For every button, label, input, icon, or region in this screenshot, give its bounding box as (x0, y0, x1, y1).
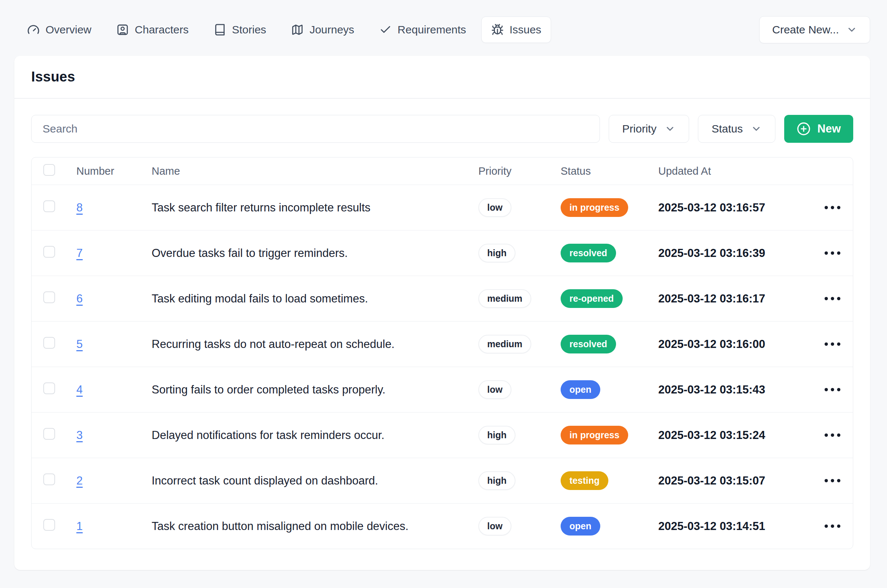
ellipsis-icon (831, 206, 834, 209)
row-actions-button[interactable] (822, 430, 843, 441)
status-badge: in progress (561, 198, 628, 217)
table-header: Number Name Priority Status Updated At (32, 158, 853, 184)
map-icon (291, 24, 304, 36)
ellipsis-icon (831, 388, 834, 391)
row-checkbox[interactable] (44, 200, 55, 212)
ellipsis-icon (837, 251, 840, 255)
priority-badge: low (478, 198, 512, 217)
tab-stories[interactable]: Stories (204, 16, 276, 43)
ellipsis-icon (831, 525, 834, 528)
check-icon (379, 24, 392, 36)
column-header-number: Number (77, 165, 152, 177)
updated-at: 2025-03-12 03:16:39 (658, 247, 812, 260)
priority-filter-button[interactable]: Priority (609, 115, 689, 143)
row-actions-button[interactable] (822, 521, 843, 531)
issue-number-link[interactable]: 2 (77, 474, 152, 488)
create-new-button[interactable]: Create New... (759, 16, 870, 43)
page-title: Issues (31, 69, 853, 85)
ellipsis-icon (825, 206, 828, 209)
column-header-name: Name (152, 165, 478, 177)
tab-issues[interactable]: Issues (481, 16, 551, 43)
ellipsis-icon (837, 434, 840, 437)
updated-at: 2025-03-12 03:15:07 (658, 474, 812, 488)
row-actions-button[interactable] (822, 202, 843, 213)
column-header-priority: Priority (478, 165, 561, 177)
row-checkbox[interactable] (44, 519, 55, 531)
issue-name: Task search filter returns incomplete re… (152, 201, 478, 214)
table-row: 7 Overdue tasks fail to trigger reminder… (32, 230, 853, 276)
status-badge: testing (561, 471, 608, 490)
ellipsis-icon (831, 342, 834, 346)
row-checkbox[interactable] (44, 382, 55, 394)
nav-tabs: Overview Characters Stories Journeys Req… (17, 16, 551, 43)
ellipsis-icon (831, 479, 834, 482)
ellipsis-icon (831, 251, 834, 255)
row-actions-button[interactable] (822, 293, 843, 304)
status-filter-button[interactable]: Status (698, 115, 775, 143)
new-button-label: New (817, 122, 841, 135)
status-filter-label: Status (711, 123, 743, 135)
ellipsis-icon (837, 525, 840, 528)
priority-badge: low (478, 380, 512, 399)
row-checkbox[interactable] (44, 291, 55, 303)
tab-characters[interactable]: Characters (107, 16, 199, 43)
table-row: 8 Task search filter returns incomplete … (32, 184, 853, 230)
updated-at: 2025-03-12 03:15:43 (658, 383, 812, 396)
table-row: 2 Incorrect task count displayed on dash… (32, 458, 853, 503)
status-badge: resolved (561, 335, 616, 354)
issue-number-link[interactable]: 1 (77, 520, 152, 533)
issue-name: Delayed notifications for task reminders… (152, 429, 478, 442)
row-checkbox[interactable] (44, 337, 55, 349)
issue-number-link[interactable]: 6 (77, 292, 152, 305)
table-row: 1 Task creation button misaligned on mob… (32, 503, 853, 549)
tab-label: Stories (232, 24, 266, 36)
chevron-down-icon (846, 24, 857, 35)
row-actions-button[interactable] (822, 339, 843, 350)
issues-table: Number Name Priority Status Updated At 8… (31, 157, 853, 549)
tab-overview[interactable]: Overview (17, 16, 101, 43)
gauge-icon (27, 24, 40, 36)
issue-name: Recurring tasks do not auto-repeat on sc… (152, 338, 478, 351)
priority-badge: high (478, 471, 515, 490)
search-input[interactable] (31, 115, 600, 143)
row-checkbox[interactable] (44, 474, 55, 485)
row-checkbox[interactable] (44, 246, 55, 258)
tab-label: Characters (135, 24, 189, 36)
table-row: 6 Task editing modal fails to load somet… (32, 276, 853, 321)
issue-number-link[interactable]: 7 (77, 247, 152, 260)
row-actions-button[interactable] (822, 384, 843, 395)
issue-number-link[interactable]: 3 (77, 429, 152, 442)
tab-requirements[interactable]: Requirements (369, 16, 476, 43)
updated-at: 2025-03-12 03:14:51 (658, 520, 812, 533)
priority-badge: medium (478, 335, 531, 354)
ellipsis-icon (825, 342, 828, 346)
issue-name: Incorrect task count displayed on dashbo… (152, 474, 478, 488)
ellipsis-icon (837, 479, 840, 482)
table-row: 4 Sorting fails to order completed tasks… (32, 367, 853, 412)
status-badge: open (561, 380, 600, 399)
issue-number-link[interactable]: 5 (77, 338, 152, 351)
priority-badge: medium (478, 289, 531, 308)
row-checkbox[interactable] (44, 428, 55, 440)
tab-journeys[interactable]: Journeys (281, 16, 364, 43)
row-actions-button[interactable] (822, 248, 843, 258)
issue-number-link[interactable]: 4 (77, 383, 152, 396)
chevron-down-icon (665, 123, 675, 134)
create-new-label: Create New... (772, 24, 839, 36)
table-row: 3 Delayed notifications for task reminde… (32, 412, 853, 458)
ellipsis-icon (837, 206, 840, 209)
page: Overview Characters Stories Journeys Req… (0, 0, 887, 588)
issue-number-link[interactable]: 8 (77, 201, 152, 214)
priority-badge: high (478, 244, 515, 262)
updated-at: 2025-03-12 03:16:57 (658, 201, 812, 214)
new-issue-button[interactable]: New (784, 115, 853, 143)
ellipsis-icon (831, 297, 834, 300)
book-icon (214, 24, 226, 36)
updated-at: 2025-03-12 03:16:00 (658, 338, 812, 351)
ellipsis-icon (825, 525, 828, 528)
ellipsis-icon (837, 342, 840, 346)
select-all-checkbox[interactable] (44, 164, 55, 176)
row-actions-button[interactable] (822, 476, 843, 486)
ellipsis-icon (825, 388, 828, 391)
issue-name: Task creation button misaligned on mobil… (152, 520, 478, 533)
